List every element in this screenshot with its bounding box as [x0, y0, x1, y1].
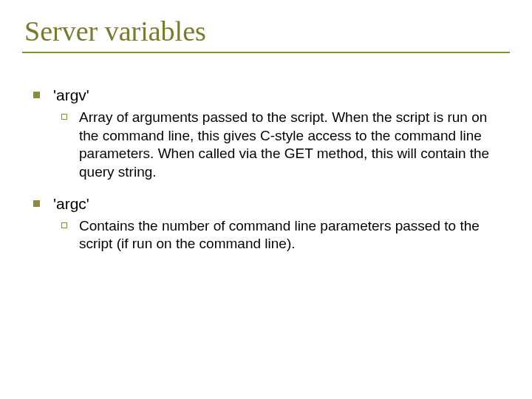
list-item: 'argv'	[33, 86, 506, 104]
square-bullet-icon	[33, 92, 40, 98]
list-item: 'argc'	[33, 195, 506, 213]
square-bullet-icon	[33, 200, 40, 207]
list-item-label: 'argc'	[53, 195, 89, 213]
hollow-square-bullet-icon	[61, 222, 67, 228]
list-subitem-text: Array of arguments passed to the script.…	[79, 109, 506, 182]
title-wrap: Server variables	[22, 15, 510, 53]
slide: Server variables 'argv' Array of argumen…	[0, 0, 532, 399]
list-subitem: Contains the number of command line para…	[61, 217, 506, 253]
list-item-label: 'argv'	[53, 86, 89, 104]
list-subitem: Array of arguments passed to the script.…	[61, 109, 506, 182]
content: 'argv' Array of arguments passed to the …	[22, 86, 510, 253]
hollow-square-bullet-icon	[61, 114, 67, 120]
list-subitem-text: Contains the number of command line para…	[79, 217, 506, 253]
slide-title: Server variables	[24, 15, 510, 47]
